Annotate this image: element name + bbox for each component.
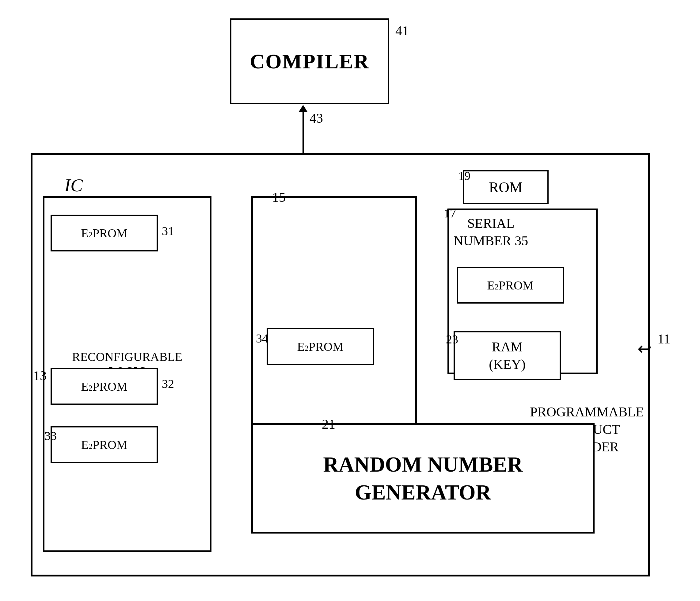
- ref-33: 33: [45, 429, 57, 443]
- ref-19: 19: [458, 169, 471, 183]
- ref-13: 13: [33, 368, 47, 384]
- ref-11: 11: [657, 331, 670, 347]
- arrow-shaft: [302, 112, 304, 155]
- compiler-label: COMPILER: [250, 49, 369, 74]
- ref-31: 31: [162, 224, 174, 238]
- e2prom-32-label: E2PROM: [81, 379, 127, 394]
- serial-label: SERIAL NUMBER 35: [454, 215, 528, 249]
- e2prom-34-label: E2PROM: [297, 339, 344, 354]
- rng-box: RANDOM NUMBER GENERATOR: [251, 423, 595, 533]
- arrow-up-head: [299, 105, 308, 112]
- e2prom-31-label: E2PROM: [81, 226, 127, 240]
- ref-23: 23: [446, 332, 458, 346]
- e2prom-31-box: E2PROM: [51, 215, 158, 251]
- e2prom-32-box: E2PROM: [51, 368, 158, 405]
- ref-34: 34: [256, 331, 268, 345]
- compiler-ref: 41: [395, 23, 409, 39]
- ram-key-box: RAM (KEY): [454, 331, 561, 380]
- rng-label: RANDOM NUMBER GENERATOR: [323, 451, 523, 506]
- ref-17: 17: [444, 206, 456, 220]
- e2prom-33-label: E2PROM: [81, 437, 127, 452]
- rom-box: ROM: [463, 170, 549, 204]
- e2prom-33-box: E2PROM: [51, 426, 158, 463]
- ram-label: RAM (KEY): [489, 338, 526, 373]
- pid-box: PROGRAMMABLE INSTRUCT DECODER: [251, 196, 417, 435]
- diagram: COMPILER 41 43 IC 11 ↩ RECONFIGURABLE LO…: [0, 0, 700, 601]
- ref-21: 21: [322, 416, 335, 432]
- compiler-box: COMPILER: [230, 18, 389, 104]
- e2prom-serial-box: E2PROM: [457, 267, 564, 304]
- ref-32: 32: [162, 377, 174, 391]
- ref-15: 15: [272, 190, 285, 205]
- arrow-43-label: 43: [309, 111, 323, 126]
- e2prom-34-box: E2PROM: [267, 328, 374, 365]
- rom-label: ROM: [489, 179, 522, 196]
- ic-label: IC: [65, 175, 83, 196]
- e2prom-serial-label: E2PROM: [487, 278, 533, 292]
- ref-11-arrow: ↩: [638, 339, 652, 358]
